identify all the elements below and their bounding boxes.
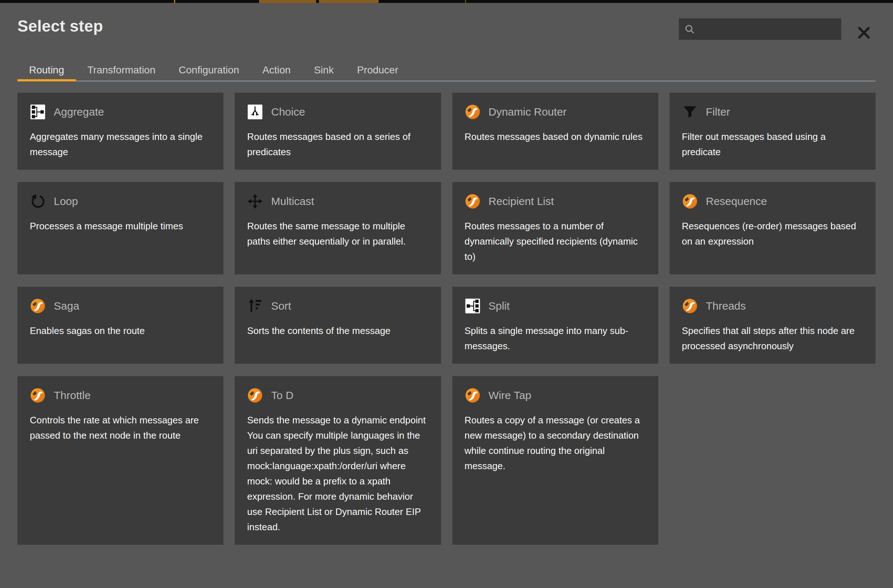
step-card-multicast[interactable]: Multicast Routes the same message to mul… — [235, 182, 441, 274]
tab-bar: Routing Transformation Configuration Act… — [17, 59, 876, 81]
step-title: Choice — [271, 106, 305, 118]
close-button[interactable] — [854, 23, 873, 42]
sort-amount-icon — [247, 298, 263, 314]
camel-logo-icon — [682, 193, 698, 209]
step-card-choice[interactable]: Choice Routes messages based on a series… — [235, 93, 441, 170]
step-description: Processes a message multiple times — [30, 218, 211, 234]
step-card-throttle[interactable]: Throttle Controls the rate at which mess… — [17, 376, 223, 545]
step-card-saga[interactable]: Saga Enables sagas on the route — [17, 287, 223, 364]
step-title: Split — [489, 300, 510, 312]
backdrop-segment — [319, 0, 379, 3]
choice-branch-icon — [247, 104, 263, 120]
step-title: Recipient List — [489, 195, 554, 208]
step-card-to-d[interactable]: To D Sends the message to a dynamic endp… — [235, 376, 441, 545]
search-icon — [684, 24, 695, 35]
split-tree-icon — [465, 298, 481, 314]
tab-label: Routing — [29, 64, 64, 75]
filter-funnel-icon — [682, 104, 698, 120]
steps-grid: Aggregate Aggregates many messages into … — [17, 93, 876, 545]
step-title: Filter — [706, 106, 730, 118]
step-card-dynamic-router[interactable]: Dynamic Router Routes messages based on … — [452, 93, 658, 170]
camel-logo-icon — [465, 193, 481, 209]
step-title: Loop — [54, 195, 78, 208]
step-card-threads[interactable]: Threads Specifies that all steps after t… — [670, 287, 876, 364]
step-description: Routes messages to a number of dynamical… — [465, 218, 646, 264]
step-description: Routes a copy of a message (or creates a… — [465, 412, 646, 474]
camel-logo-icon — [30, 387, 46, 403]
camel-logo-icon — [247, 387, 263, 403]
aggregate-tree-icon — [30, 104, 46, 120]
tab-action[interactable]: Action — [251, 59, 302, 81]
backdrop-segment — [259, 0, 316, 3]
step-description: Sorts the contents of the message — [247, 323, 428, 338]
search-input[interactable] — [699, 23, 836, 35]
step-title: Wire Tap — [489, 389, 532, 402]
step-title: Multicast — [271, 195, 314, 208]
backdrop-segment — [465, 0, 466, 3]
step-description: Aggregates many messages into a single m… — [30, 129, 211, 159]
multicast-move-icon — [247, 193, 263, 209]
step-description: Routes messages based on dynamic rules — [465, 129, 646, 144]
step-description: Routes the same message to multiple path… — [247, 218, 428, 249]
step-description: Resequences (re-order) messages based on… — [682, 218, 863, 249]
loop-rotate-icon — [30, 193, 46, 209]
step-card-wire-tap[interactable]: Wire Tap Routes a copy of a message (or … — [452, 376, 658, 545]
step-title: Threads — [706, 300, 746, 312]
step-description: Splits a single message into many sub-me… — [465, 323, 646, 353]
tab-transformation[interactable]: Transformation — [76, 59, 167, 81]
step-card-split[interactable]: Split Splits a single message into many … — [452, 287, 658, 364]
step-title: Dynamic Router — [489, 106, 567, 118]
step-card-aggregate[interactable]: Aggregate Aggregates many messages into … — [17, 93, 223, 170]
step-description: Enables sagas on the route — [30, 323, 211, 338]
tab-label: Action — [262, 64, 291, 75]
tab-label: Producer — [357, 64, 398, 75]
tab-label: Configuration — [179, 64, 239, 75]
step-title: To D — [271, 389, 293, 402]
camel-logo-icon — [465, 387, 481, 403]
step-card-loop[interactable]: Loop Processes a message multiple times — [17, 182, 223, 274]
tab-label: Transformation — [87, 64, 155, 75]
step-description: Specifies that all steps after this node… — [682, 323, 863, 353]
app-top-strip — [0, 0, 893, 3]
step-description: Routes messages based on a series of pre… — [247, 129, 428, 159]
step-title: Resequence — [706, 195, 767, 208]
dialog-title: Select step — [17, 17, 103, 36]
step-title: Saga — [54, 300, 79, 312]
step-description: Sends the message to a dynamic endpoint … — [247, 412, 428, 535]
camel-logo-icon — [682, 298, 698, 314]
tab-routing[interactable]: Routing — [17, 59, 76, 81]
step-card-resequence[interactable]: Resequence Resequences (re-order) messag… — [670, 182, 876, 274]
step-description: Controls the rate at which messages are … — [30, 412, 211, 443]
tab-producer[interactable]: Producer — [346, 59, 410, 81]
tab-label: Sink — [314, 64, 334, 75]
select-step-dialog: Select step Routing Transformation Confi… — [0, 3, 893, 588]
step-card-recipient-list[interactable]: Recipient List Routes messages to a numb… — [452, 182, 658, 274]
camel-logo-icon — [465, 104, 481, 120]
camel-logo-icon — [30, 298, 46, 314]
close-icon — [856, 25, 872, 41]
step-title: Throttle — [54, 389, 91, 402]
backdrop-segment — [174, 0, 175, 3]
step-title: Aggregate — [54, 106, 104, 118]
step-card-sort[interactable]: Sort Sorts the contents of the message — [235, 287, 441, 364]
step-title: Sort — [271, 300, 291, 312]
tab-configuration[interactable]: Configuration — [167, 59, 251, 81]
step-card-filter[interactable]: Filter Filter out messages based using a… — [670, 93, 876, 170]
search-box[interactable] — [679, 18, 842, 40]
step-description: Filter out messages based using a predic… — [682, 129, 863, 159]
tab-sink[interactable]: Sink — [302, 59, 345, 81]
